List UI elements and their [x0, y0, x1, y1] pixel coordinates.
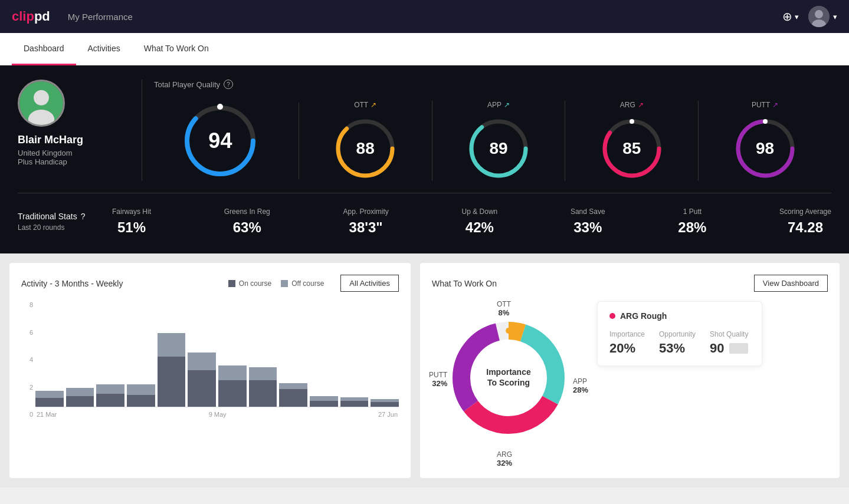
y-label-4: 4 [29, 356, 33, 363]
trad-sandsave-label: Sand Save [571, 207, 605, 216]
player-info: Blair McHarg United Kingdom Plus Handica… [18, 80, 142, 181]
arg-card-title-text: ARG Rough [620, 311, 667, 321]
app-donut-label-text: APP [573, 377, 588, 386]
putt-donut-pct: 32% [429, 379, 447, 388]
arg-shotquality-label: Shot Quality [710, 330, 748, 338]
bar-light [279, 383, 307, 389]
activity-chart-title: Activity - 3 Months - Weekly [21, 279, 123, 288]
svg-point-8 [217, 104, 223, 110]
chevron-down-icon: ▾ [795, 12, 799, 21]
x-axis-labels: 21 Mar 9 May 27 Jun [35, 411, 399, 418]
work-on-panel: What To Work On View Dashboard OTT 8% AP… [420, 263, 840, 478]
arg-label: ARG ↗ [620, 101, 644, 109]
donut-label-putt: PUTT 32% [429, 371, 447, 388]
stats-top: Blair McHarg United Kingdom Plus Handica… [18, 80, 831, 181]
arg-label-text: ARG [620, 101, 635, 109]
donut-chart-wrapper: OTT 8% APP 28% ARG 32% PUTT 32% [432, 301, 585, 466]
trad-help-icon[interactable]: ? [81, 212, 86, 221]
logo: clippd [12, 9, 50, 24]
svg-point-18 [763, 119, 768, 124]
app-score-value: 89 [489, 139, 507, 158]
activity-panel-header: Activity - 3 Months - Weekly On course O… [21, 275, 399, 292]
trad-greens: Greens In Reg 63% [224, 207, 270, 236]
trad-stats-subtitle: Last 20 rounds [18, 223, 112, 232]
legend-on-course-dot [228, 280, 235, 287]
bar-group-9 [279, 383, 307, 407]
bar-light [96, 384, 124, 394]
bar-group-5 [158, 333, 186, 407]
bar-dark [249, 380, 277, 407]
player-name: Blair McHarg [18, 134, 142, 146]
trad-sandsave-value: 33% [571, 219, 605, 236]
bar-dark [66, 396, 94, 407]
trad-oneputt-value: 28% [678, 219, 706, 236]
score-item-app: APP ↗ 89 [432, 101, 566, 181]
ott-label-text: OTT [354, 101, 368, 109]
quality-section: Total Player Quality ? 94 [142, 80, 831, 181]
legend-off-course-label: Off course [291, 279, 324, 288]
quality-label-text: Total Player Quality [154, 80, 220, 89]
bar-dark [371, 402, 399, 407]
trad-stats-title: Traditional Stats ? [18, 212, 112, 221]
view-dashboard-button[interactable]: View Dashboard [754, 275, 828, 292]
app-trend-icon: ↗ [504, 101, 510, 109]
arg-opportunity-value: 53% [659, 341, 696, 356]
bar-group-10 [310, 396, 338, 407]
bar-group-3 [96, 384, 124, 407]
trad-updown-label: Up & Down [462, 207, 498, 216]
trad-greens-value: 63% [224, 219, 270, 236]
y-axis: 8 6 4 2 0 [21, 301, 33, 418]
svg-point-25 [553, 375, 559, 381]
arg-trend-icon: ↗ [638, 101, 644, 109]
arg-card-title: ARG Rough [609, 311, 750, 321]
putt-score-value: 98 [756, 139, 774, 158]
trad-proximity-value: 38'3" [343, 219, 388, 236]
tab-activities[interactable]: Activities [76, 33, 132, 65]
main-score-item: 94 [154, 103, 299, 179]
bar-light [188, 353, 216, 370]
svg-point-4 [34, 90, 49, 106]
player-country: United Kingdom [18, 149, 142, 157]
arg-opportunity-metric: Opportunity 53% [659, 330, 696, 356]
bar-dark [158, 357, 186, 407]
putt-label: PUTT ↗ [752, 101, 778, 109]
tab-dashboard[interactable]: Dashboard [12, 33, 76, 65]
ott-score-value: 88 [356, 139, 375, 158]
score-item-arg: ARG ↗ 85 [565, 101, 699, 181]
x-label-mar: 21 Mar [37, 411, 57, 418]
bar-light [218, 365, 247, 380]
ott-circle: 88 [333, 116, 398, 181]
donut-center-line2: To Scoring [487, 378, 530, 387]
bar-light [127, 384, 155, 395]
y-label-0: 0 [29, 411, 33, 418]
ott-donut-pct: 8% [497, 308, 511, 317]
all-activities-button[interactable]: All Activities [340, 275, 399, 292]
avatar [808, 6, 830, 27]
trad-scoring: Scoring Average 74.28 [779, 207, 831, 236]
trad-proximity: App. Proximity 38'3" [343, 207, 388, 236]
putt-label-text: PUTT [752, 101, 770, 109]
trad-stats-items: Fairways Hit 51% Greens In Reg 63% App. … [112, 207, 831, 236]
shot-quality-bar [729, 343, 748, 354]
traditional-stats: Traditional Stats ? Last 20 rounds Fairw… [18, 193, 831, 236]
tab-what-to-work-on[interactable]: What To Work On [132, 33, 221, 65]
quality-help-icon[interactable]: ? [224, 80, 233, 89]
donut-label-ott: OTT 8% [497, 300, 511, 317]
bar-dark [340, 401, 369, 407]
player-handicap: Plus Handicap [18, 157, 142, 166]
trad-greens-label: Greens In Reg [224, 207, 270, 216]
user-menu[interactable]: ▾ [808, 6, 837, 27]
bar-dark [218, 380, 247, 407]
bar-light [66, 388, 94, 396]
avatar-chevron-icon: ▾ [833, 12, 837, 21]
trad-fairways: Fairways Hit 51% [112, 207, 151, 236]
x-label-jun: 27 Jun [378, 411, 398, 418]
bar-group-8 [249, 367, 277, 407]
bar-group-11 [340, 397, 369, 407]
arg-card-dot [609, 313, 615, 319]
bar-light [35, 391, 64, 398]
work-on-content: OTT 8% APP 28% ARG 32% PUTT 32% [432, 301, 828, 466]
add-button[interactable]: ⊕ ▾ [782, 9, 799, 24]
main-score-value: 94 [208, 129, 232, 153]
arg-shotquality-row: 90 [710, 341, 748, 356]
